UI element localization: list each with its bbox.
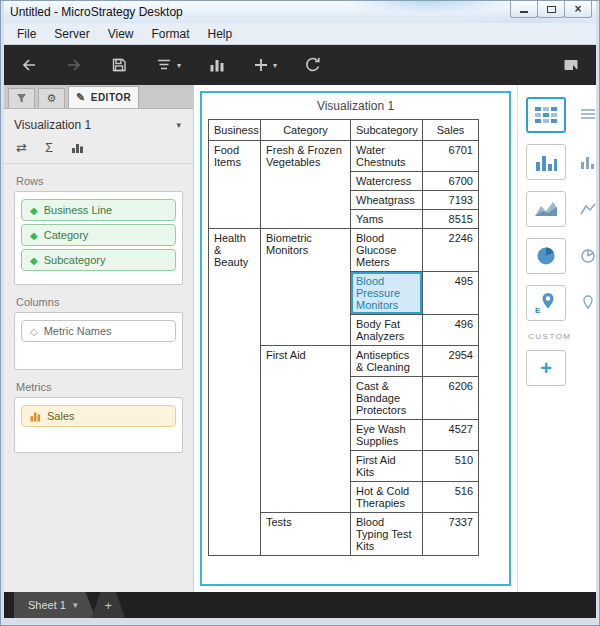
gallery-item-area-chart[interactable] [526,191,566,227]
visualization-container[interactable]: Visualization 1 Business LCategorySubcat… [200,91,511,586]
grid-cell[interactable]: First Aid Kits [351,451,423,482]
grid-cell[interactable]: 7337 [423,513,479,556]
menu-item-format[interactable]: Format [142,25,198,43]
gallery-item-grid[interactable] [526,97,566,133]
gallery-item-map[interactable]: E [526,285,566,321]
tab-editor-label: EDITOR [91,92,132,103]
grid-cell[interactable]: Cast & Bandage Protectors [351,377,423,420]
tab-properties[interactable]: ⚙ [38,88,65,108]
metric-pill-sales[interactable]: Sales [21,405,176,427]
rows-zone[interactable]: ◆ Business Line ◆ Category ◆ Subcategory [14,191,183,285]
presentation-icon [562,56,580,74]
tab-editor[interactable]: ✎ EDITOR [68,86,139,108]
canvas: Visualization 1 Business LCategorySubcat… [194,85,517,592]
sigma-icon[interactable]: Σ [45,140,53,155]
attribute-diamond-icon: ◆ [30,255,38,266]
grid-cell[interactable]: Blood Glucose Meters [351,229,423,272]
grid-header-cell[interactable]: Sales [423,120,479,141]
sheet-tab[interactable]: Sheet 1 ▾ [14,592,95,618]
menu-item-file[interactable]: File [8,25,45,43]
grid-cell[interactable]: 6701 [423,141,479,172]
grid-cell[interactable]: 2246 [423,229,479,272]
minimize-button[interactable] [510,1,538,18]
grid-cell[interactable]: Blood Typing Test Kits [351,513,423,556]
grid-cell[interactable]: Yams [351,210,423,229]
gallery-item-pie-chart-small[interactable] [579,247,596,265]
insert-visualization-button[interactable] [208,56,226,74]
grid-cell[interactable]: Food Items [209,141,261,229]
save-button[interactable] [110,56,128,74]
grid-header-cell[interactable]: Category [261,120,351,141]
menubar: File Server View Format Help [4,23,596,45]
grid-cell[interactable]: 8515 [423,210,479,229]
add-element-button[interactable]: ▾ [253,57,277,73]
visualization-title: Visualization 1 [202,93,509,117]
grid-cell[interactable]: 495 [423,272,479,315]
swap-axes-icon[interactable]: ⇄ [16,140,27,155]
grid-cell[interactable]: 2954 [423,346,479,377]
gallery-item-map-small[interactable] [579,294,596,312]
gallery-item-area-chart-small[interactable] [579,200,596,218]
menu-item-server[interactable]: Server [45,25,98,43]
refresh-button[interactable] [304,56,322,74]
gallery-item-bar-chart-small[interactable] [579,153,596,171]
grid-header-cell[interactable]: Business L [209,120,261,141]
grid-cell[interactable]: 6700 [423,172,479,191]
add-data-button[interactable]: ▾ [155,56,181,74]
grid-cell[interactable]: 6206 [423,377,479,420]
mini-chart-icon[interactable] [71,142,84,154]
grid-cell[interactable]: Health & Beauty [209,229,261,556]
close-button[interactable]: × [564,1,592,18]
maximize-button[interactable] [537,1,565,18]
gallery-item-pie-chart[interactable] [526,238,566,274]
window-controls: × [511,1,592,18]
grid-cell[interactable]: Water Chestnuts [351,141,423,172]
grid-cell[interactable]: Tests [261,513,351,556]
grid-cell[interactable]: 496 [423,315,479,346]
grid-cell[interactable]: Wheatgrass [351,191,423,210]
redo-button[interactable] [65,56,83,74]
close-icon: × [574,3,581,15]
grid-header-cell[interactable]: Subcategory [351,120,423,141]
grid-cell[interactable]: First Aid [261,346,351,513]
grid-cell[interactable]: 516 [423,482,479,513]
grid-row: Health & BeautyBiometric MonitorsBlood G… [209,229,479,272]
gallery-item-grid-small[interactable] [579,106,596,124]
gallery-item-bar-chart[interactable] [526,144,566,180]
row-pill-label: Business Line [44,204,113,216]
grid-cell[interactable]: Watercress [351,172,423,191]
grid-cell[interactable]: Antiseptics & Cleaning [351,346,423,377]
filter-icon [16,93,27,104]
presentation-button[interactable] [562,56,580,74]
menu-item-view[interactable]: View [99,25,143,43]
metrics-zone[interactable]: Sales [14,397,183,453]
grid-cell-selected[interactable]: Blood Pressure Monitors [351,272,423,315]
panel-tabs: ⚙ ✎ EDITOR [4,85,193,109]
titlebar[interactable]: Untitled - MicroStrategy Desktop × [4,1,596,23]
column-pill-metric-names[interactable]: ◇ Metric Names [21,320,176,342]
grid-cell[interactable]: Body Fat Analyzers [351,315,423,346]
row-pill-subcategory[interactable]: ◆ Subcategory [21,249,176,271]
visualization-selector[interactable]: Visualization 1 ▾ [4,109,193,138]
grid-cell[interactable]: Eye Wash Supplies [351,420,423,451]
row-pill-business-line[interactable]: ◆ Business Line [21,199,176,221]
grid-cell[interactable]: 4527 [423,420,479,451]
columns-zone[interactable]: ◇ Metric Names [14,312,183,370]
window-title: Untitled - MicroStrategy Desktop [10,5,183,19]
tab-filter[interactable] [8,88,35,108]
grid-cell[interactable]: 510 [423,451,479,482]
metric-pill-label: Sales [47,410,75,422]
add-custom-visualization-button[interactable]: + [526,350,566,386]
grid-cell[interactable]: Fresh & Frozen Vegetables [261,141,351,229]
pie-chart-icon [535,245,557,267]
grid-cell[interactable]: Hot & Cold Therapies [351,482,423,513]
svg-text:E: E [535,306,541,314]
row-pill-category[interactable]: ◆ Category [21,224,176,246]
add-sheet-button[interactable]: + [91,592,125,618]
grid-cell[interactable]: Biometric Monitors [261,229,351,346]
columns-label: Columns [16,296,181,308]
bar-chart-icon [534,152,558,172]
menu-item-help[interactable]: Help [199,25,242,43]
grid-cell[interactable]: 7193 [423,191,479,210]
undo-button[interactable] [20,56,38,74]
